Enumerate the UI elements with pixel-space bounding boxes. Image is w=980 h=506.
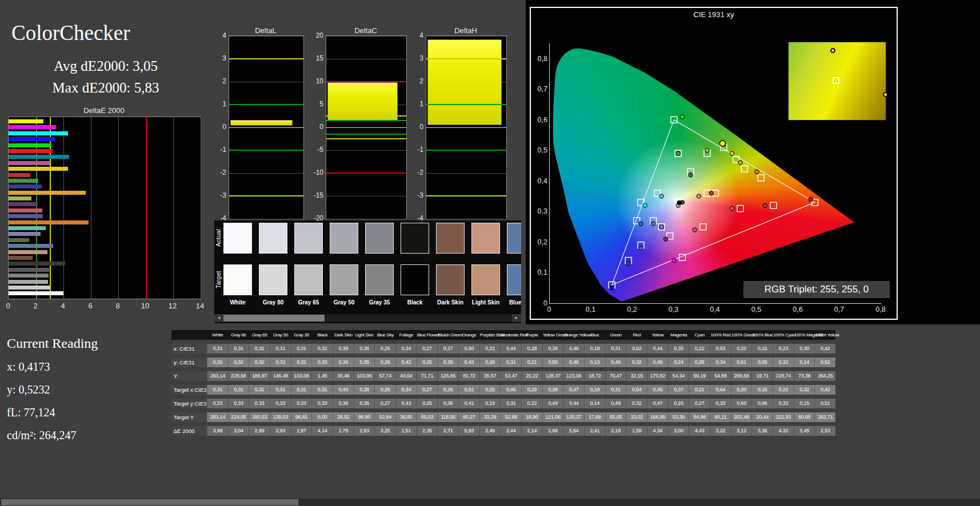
table-cell: 0,46 [563,358,584,367]
measured-marker [755,170,759,174]
gridline [229,219,303,219]
table-cell: 0,32 [773,358,794,367]
table-cell: 0,49 [647,358,668,367]
measured-marker [651,222,655,226]
table-cell: 18,72 [584,371,605,381]
table-cell: 0,31 [270,344,291,354]
table-cell: 0,45 [647,385,668,395]
table-cell: 70,47 [605,371,626,381]
table-cell: 32,15 [626,371,647,381]
table-cell: 0,36 [354,344,375,354]
cie-x-tick: 0,2 [627,306,637,314]
gridline [326,219,406,219]
swatch-column-gray-35: Gray 35 [365,223,394,308]
y-axis-labels: 43210-1-2-3-4 [211,26,226,227]
deltae-bar-orange-yellow [9,191,86,195]
deltae-x-tick: 2 [33,302,37,310]
swatch-actual-gray-80[interactable] [259,223,287,254]
table-cell: 0,00 [311,412,333,422]
swatch-actual-blue-sky[interactable] [507,223,521,254]
column-header-100-green: 100% Green [731,330,752,340]
swatch-actual-dark-skin[interactable] [436,223,465,254]
table-cell: 0,33 [249,399,270,408]
table-cell: 2,97 [291,426,312,436]
swatch-target-light-skin[interactable] [471,264,500,295]
deltae-bar-gray-80 [9,286,50,290]
error-range-bar [427,39,502,125]
table-cell: 52,94 [374,412,395,422]
swatch-actual-white[interactable] [223,223,252,254]
deltae-bar-yellow-green [9,196,31,200]
swatch-label: White [223,299,252,306]
gridline [426,127,506,128]
table-cell: 4,14 [311,426,333,436]
column-header-yellow-green: Yellow Green [542,330,563,340]
table-cell: 103,95 [354,371,375,381]
table-cell: 209,58 [731,371,752,381]
table-cell: 0,22 [479,385,501,395]
table-cell: 0,30 [731,385,752,395]
table-cell: 2,89 [249,426,270,436]
table-cell: 4,43 [689,426,710,436]
y-tick: -3 [220,191,226,199]
bottom-scrollbar[interactable] [0,499,980,506]
swatch-actual-gray-35[interactable] [365,223,394,254]
inset-measured-point [830,48,835,53]
swatch-scrollbar-thumb[interactable] [223,315,325,322]
bottom-scrollbar-thumb[interactable] [1,499,298,505]
table-cell: 0,31 [311,385,333,395]
deltae-bar-100-magenta [9,125,56,129]
swatch-target-gray-35[interactable] [365,264,394,295]
measured-marker [659,225,663,229]
measured-marker [680,115,684,119]
swatch-scrollbar-track[interactable] [223,314,512,322]
table-cell: 123,06 [563,371,584,381]
table-cell: 28,52 [333,412,354,422]
table-cell: 0,26 [437,385,458,395]
table-cell: 0,27 [374,399,395,408]
swatch-target-gray-50[interactable] [330,264,358,295]
table-cell: 0,51 [458,385,479,395]
table-cell: 0,33 [311,358,333,367]
table-cell: 0,05 [751,358,773,367]
swatch-actual-black[interactable] [401,223,429,254]
column-header-yellow: Yellow [647,330,668,340]
swatch-actual-gray-50[interactable] [330,223,358,254]
table-cell: 18,90 [521,412,542,422]
ref-line [326,172,406,174]
cie-y-tick: 0,3 [538,207,547,215]
scroll-right-button[interactable]: ► [512,314,521,322]
swatch-target-black[interactable] [401,264,429,295]
y-tick: -1 [220,146,226,154]
swatch-scrollbar[interactable]: ◄ ► [214,314,521,322]
deltae-x-tick: 8 [115,302,119,310]
swatch-target-dark-skin[interactable] [436,264,465,295]
table-cell: 0,14 [584,399,605,408]
table-cell: 3,22 [710,426,731,436]
deltae-bar-cyan [9,155,69,159]
swatch-target-white[interactable] [223,264,252,295]
deltae-bar-moderate-red [9,208,42,212]
scroll-left-button[interactable]: ◄ [214,314,223,322]
swatch-target-blue-sky[interactable] [507,264,521,295]
swatch-column-light-skin: Light Skin [471,223,500,308]
table-cell: 0,36 [333,399,354,408]
swatch-target-gray-80[interactable] [259,264,287,295]
table-cell: 0,32 [626,358,647,367]
swatch-actual-gray-65[interactable] [294,223,323,254]
table-cell: 0,18 [479,358,501,367]
table-cell: 0,41 [458,399,479,408]
table-cell: 0,49 [542,399,563,408]
swatch-target-gray-65[interactable] [294,264,323,295]
table-cell: 19,71 [751,371,773,381]
table-cell: 3,04 [228,426,249,436]
table-cell: 139,03 [270,412,291,422]
deltae-bar-gray-65 [9,280,48,284]
swatch-actual-light-skin[interactable] [471,223,500,254]
table-row-target-y: Target Y283,14224,05180,53139,0396,810,0… [171,412,835,422]
column-header-gray-65: Gray 65 [249,330,270,340]
y-tick: 1 [419,100,423,108]
row-label: Target Y [171,412,207,422]
table-cell: 0,32 [794,385,815,395]
deltae-bar-100-blue [9,137,55,141]
